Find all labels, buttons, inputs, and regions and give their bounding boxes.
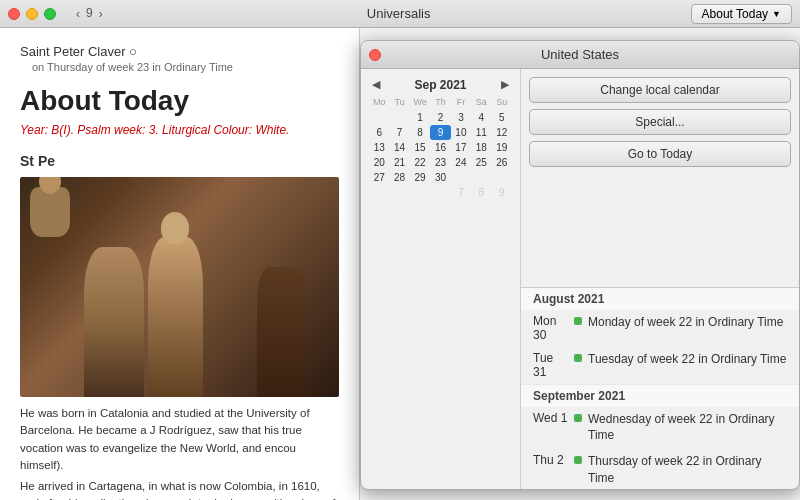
cal-cell-6[interactable]: 6: [369, 125, 389, 140]
app-window: ‹ 9 › Universalis About Today ▼ Saint Pe…: [0, 0, 800, 500]
figure-center: [148, 237, 203, 397]
cal-week-6: 7 8 9: [369, 185, 512, 200]
cal-cell-17[interactable]: 17: [451, 140, 471, 155]
day-header-we: We: [410, 96, 430, 108]
cal-cell-29[interactable]: 29: [410, 170, 430, 185]
cal-cell[interactable]: 9: [492, 185, 512, 200]
dialog-title-bar: United States: [361, 41, 799, 69]
cal-week-5: 27 28 29 30: [369, 170, 512, 185]
nav-forward-button[interactable]: ›: [95, 6, 107, 22]
cal-cell-12[interactable]: 12: [492, 125, 512, 140]
list-item-tue31[interactable]: Tue 31 Tuesday of week 22 in Ordinary Ti…: [521, 347, 799, 384]
figure-left: [84, 247, 144, 397]
cal-cell[interactable]: [389, 110, 409, 125]
cal-cell-18[interactable]: 18: [471, 140, 491, 155]
cal-week-2: 6 7 8 9 10 11 12: [369, 125, 512, 140]
cal-cell[interactable]: [369, 185, 389, 200]
dialog-buttons: Change local calendar Special... Go to T…: [521, 69, 799, 287]
cal-cell-8[interactable]: 8: [410, 125, 430, 140]
cal-cell-11[interactable]: 11: [471, 125, 491, 140]
saint-image: [20, 177, 339, 397]
item-text-mon30: Monday of week 22 in Ordinary Time: [588, 314, 787, 331]
chevron-down-icon: ▼: [772, 9, 781, 19]
figure-right: [257, 267, 307, 397]
cal-cell-9[interactable]: 9: [430, 125, 450, 140]
about-today-heading: About Today: [20, 85, 339, 117]
cal-prev-button[interactable]: ◀: [369, 77, 383, 92]
cal-cell[interactable]: [471, 170, 491, 185]
calendar-list[interactable]: August 2021 Mon 30 Monday of week 22 in …: [521, 287, 799, 490]
cal-cell-19[interactable]: 19: [492, 140, 512, 155]
cal-cell[interactable]: [369, 110, 389, 125]
list-item-thu2[interactable]: Thu 2 Thursday of week 22 in Ordinary Ti…: [521, 449, 799, 489]
cal-cell[interactable]: [410, 185, 430, 200]
cal-cell-21[interactable]: 21: [389, 155, 409, 170]
maximize-button[interactable]: [44, 8, 56, 20]
cal-cell-22[interactable]: 22: [410, 155, 430, 170]
list-item-mon30[interactable]: Mon 30 Monday of week 22 in Ordinary Tim…: [521, 310, 799, 347]
date-wed1: Wed 1: [533, 411, 568, 425]
date-mon30: Mon 30: [533, 314, 568, 342]
cal-cell[interactable]: 7: [451, 185, 471, 200]
nav-back-button[interactable]: ‹: [72, 6, 84, 22]
special-button[interactable]: Special...: [529, 109, 791, 135]
cal-cell[interactable]: 8: [471, 185, 491, 200]
calendar-panel: ◀ Sep 2021 ▶ Mo Tu We Th Fr Sa Su: [361, 69, 521, 489]
minimize-button[interactable]: [26, 8, 38, 20]
day-header-th: Th: [430, 96, 450, 108]
cal-cell-25[interactable]: 25: [471, 155, 491, 170]
about-today-button[interactable]: About Today ▼: [691, 4, 792, 24]
cal-cell[interactable]: [451, 170, 471, 185]
cal-cell-2[interactable]: 2: [430, 110, 450, 125]
cal-cell-7[interactable]: 7: [389, 125, 409, 140]
cal-week-4: 20 21 22 23 24 25 26: [369, 155, 512, 170]
cal-cell-24[interactable]: 24: [451, 155, 471, 170]
cal-cell-1[interactable]: 1: [410, 110, 430, 125]
figure-head: [161, 212, 189, 244]
cal-week-1: 1 2 3 4 5: [369, 110, 512, 125]
window-controls: [8, 8, 56, 20]
cal-cell-16[interactable]: 16: [430, 140, 450, 155]
cal-cell-4[interactable]: 4: [471, 110, 491, 125]
saint-name-large: St Pe: [20, 153, 339, 169]
dialog-title: United States: [541, 47, 619, 62]
left-panel: Saint Peter Claver ○ on Thursday of week…: [0, 28, 360, 500]
dot-green-icon: [574, 414, 582, 422]
calendar-nav: ◀ Sep 2021 ▶: [369, 77, 512, 92]
list-item-wed1[interactable]: Wed 1 Wednesday of week 22 in Ordinary T…: [521, 407, 799, 450]
main-content: Saint Peter Claver ○ on Thursday of week…: [0, 28, 800, 500]
cal-cell[interactable]: [430, 185, 450, 200]
about-today-label: About Today: [702, 7, 769, 21]
cal-cell-15[interactable]: 15: [410, 140, 430, 155]
cal-cell-28[interactable]: 28: [389, 170, 409, 185]
day-header-mo: Mo: [369, 96, 389, 108]
cal-cell-14[interactable]: 14: [389, 140, 409, 155]
august-header: August 2021: [521, 288, 799, 310]
cal-cell-5[interactable]: 5: [492, 110, 512, 125]
cal-cell-3[interactable]: 3: [451, 110, 471, 125]
date-thu2: Thu 2: [533, 453, 568, 467]
dot-green-icon: [574, 354, 582, 362]
cal-cell-23[interactable]: 23: [430, 155, 450, 170]
cal-cell[interactable]: [492, 170, 512, 185]
cal-cell-20[interactable]: 20: [369, 155, 389, 170]
change-calendar-button[interactable]: Change local calendar: [529, 77, 791, 103]
cal-cell-27[interactable]: 27: [369, 170, 389, 185]
close-button[interactable]: [8, 8, 20, 20]
cal-cell-10[interactable]: 10: [451, 125, 471, 140]
day-header-fr: Fr: [451, 96, 471, 108]
cal-next-button[interactable]: ▶: [498, 77, 512, 92]
cal-cell-30[interactable]: 30: [430, 170, 450, 185]
saint-subtitle: on Thursday of week 23 in Ordinary Time: [20, 61, 339, 73]
go-to-today-button[interactable]: Go to Today: [529, 141, 791, 167]
nav-number: 9: [86, 6, 93, 22]
item-text-wed1: Wednesday of week 22 in Ordinary Time: [588, 411, 787, 445]
cal-cell-26[interactable]: 26: [492, 155, 512, 170]
calendar-header-row: Mo Tu We Th Fr Sa Su: [369, 96, 512, 108]
cal-cell-13[interactable]: 13: [369, 140, 389, 155]
cal-cell[interactable]: [389, 185, 409, 200]
item-text-tue31: Tuesday of week 22 in Ordinary Time: [588, 351, 787, 368]
day-header-su: Su: [492, 96, 512, 108]
dialog-close-button[interactable]: [369, 49, 381, 61]
dot-green-icon: [574, 456, 582, 464]
